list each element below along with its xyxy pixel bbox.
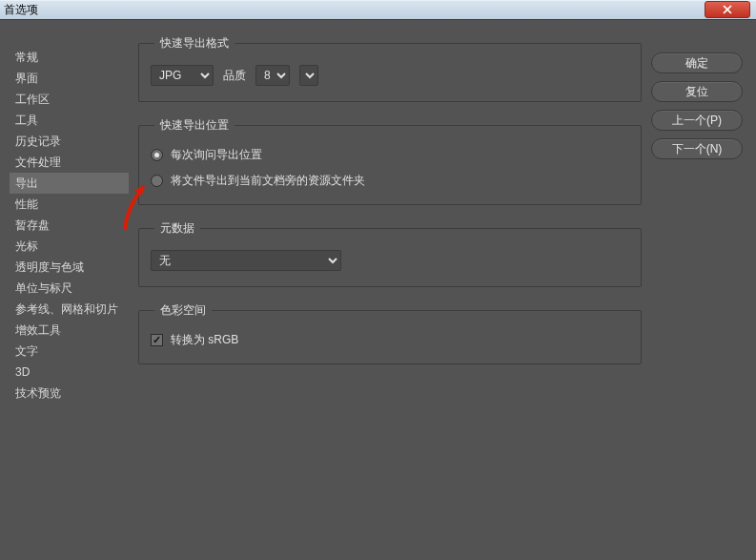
radio-ask-location-label: 每次询问导出位置	[171, 147, 262, 163]
sidebar-item-type[interactable]: 文字	[10, 341, 129, 362]
sidebar-item-techpreview[interactable]: 技术预览	[10, 383, 129, 404]
main-area: 常规 界面 工作区 工具 历史记录 文件处理 导出 性能 暂存盘 光标 透明度与…	[0, 19, 756, 560]
quick-export-location-panel: 快速导出位置 每次询问导出位置 将文件导出到当前文档旁的资源文件夹	[138, 117, 642, 205]
radio-export-to-assets-label: 将文件导出到当前文档旁的资源文件夹	[171, 173, 365, 189]
sidebar: 常规 界面 工作区 工具 历史记录 文件处理 导出 性能 暂存盘 光标 透明度与…	[0, 20, 129, 560]
ok-button[interactable]: 确定	[651, 52, 743, 73]
sidebar-item-workspace[interactable]: 工作区	[10, 89, 129, 110]
sidebar-item-filehandling[interactable]: 文件处理	[10, 152, 129, 173]
convert-to-srgb-label: 转换为 sRGB	[171, 332, 238, 348]
sidebar-item-plugins[interactable]: 增效工具	[10, 320, 129, 341]
reset-button[interactable]: 复位	[651, 81, 743, 102]
sidebar-item-transparency[interactable]: 透明度与色域	[10, 257, 129, 278]
sidebar-item-performance[interactable]: 性能	[10, 194, 129, 215]
quality-label: 品质	[223, 68, 246, 84]
sidebar-item-3d[interactable]: 3D	[10, 362, 129, 383]
sidebar-item-scratchdisk[interactable]: 暂存盘	[10, 215, 129, 236]
next-button[interactable]: 下一个(N)	[651, 138, 743, 159]
sidebar-item-export[interactable]: 导出	[10, 173, 129, 194]
quick-export-location-legend: 快速导出位置	[154, 117, 235, 134]
quality-stepper[interactable]	[299, 65, 318, 86]
sidebar-item-guides[interactable]: 参考线、网格和切片	[10, 299, 129, 320]
titlebar: 首选项	[0, 0, 756, 19]
color-space-legend: 色彩空间	[154, 302, 212, 319]
sidebar-item-cursor[interactable]: 光标	[10, 236, 129, 257]
sidebar-item-tools[interactable]: 工具	[10, 110, 129, 131]
format-select[interactable]: JPG	[151, 65, 214, 86]
content-panel: 快速导出格式 JPG 品质 85 快速导出位置 每次询问导出位置 将文件导出到当…	[129, 20, 651, 560]
close-button[interactable]	[705, 1, 750, 18]
metadata-panel: 元数据 无	[138, 220, 642, 287]
convert-to-srgb-checkbox[interactable]	[151, 334, 163, 346]
right-button-panel: 确定 复位 上一个(P) 下一个(N)	[651, 20, 756, 560]
color-space-panel: 色彩空间 转换为 sRGB	[138, 302, 642, 364]
window-title: 首选项	[4, 2, 38, 18]
close-icon	[723, 5, 732, 14]
sidebar-item-history[interactable]: 历史记录	[10, 131, 129, 152]
metadata-legend: 元数据	[154, 220, 200, 237]
metadata-select[interactable]: 无	[151, 250, 341, 271]
quick-export-format-legend: 快速导出格式	[154, 35, 235, 52]
radio-export-to-assets[interactable]	[151, 175, 163, 187]
quick-export-format-panel: 快速导出格式 JPG 品质 85	[138, 35, 642, 102]
sidebar-item-general[interactable]: 常规	[10, 47, 129, 68]
prev-button[interactable]: 上一个(P)	[651, 110, 743, 131]
sidebar-item-interface[interactable]: 界面	[10, 68, 129, 89]
quality-value[interactable]: 85	[255, 65, 290, 86]
radio-ask-location[interactable]	[151, 149, 163, 161]
sidebar-item-units[interactable]: 单位与标尺	[10, 278, 129, 299]
